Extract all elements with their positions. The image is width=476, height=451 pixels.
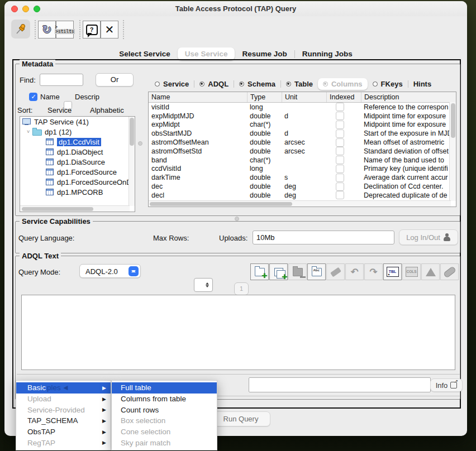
table-row[interactable]: ccdVisitIdlongPrimary key (unique identi…: [149, 165, 456, 174]
parse-error-button[interactable]: [421, 263, 440, 280]
columns-vscrollbar-thumb[interactable]: [451, 103, 455, 138]
panel-tab-schema[interactable]: Schema: [234, 78, 280, 90]
table-row[interactable]: visitIdlongReference to the correspon: [149, 103, 456, 112]
indexed-checkbox[interactable]: [336, 147, 344, 155]
tree-item-dp1-diasource[interactable]: dp1.DiaSource: [20, 157, 135, 167]
table-row[interactable]: obsStartMJDdoubledStart of the exposure …: [149, 129, 456, 138]
sort-service-label: Service: [47, 106, 72, 114]
menu-item-upload[interactable]: Upload▶: [16, 394, 111, 405]
tree-vscrollbar-thumb[interactable]: [130, 118, 134, 146]
split-divider-handle-2[interactable]: [235, 217, 239, 221]
undo-button[interactable]: ↶: [345, 263, 364, 280]
add-tab-button[interactable]: +: [250, 263, 269, 280]
table-row[interactable]: bandchar(*)Name of the band used to: [149, 156, 456, 165]
table-row[interactable]: decldoubledegDeprecated duplicate of de: [149, 191, 456, 200]
clear-text-button[interactable]: [326, 263, 345, 280]
rename-tab-button[interactable]: Abc: [307, 263, 326, 280]
tab-resume-job[interactable]: Resume Job: [235, 47, 294, 60]
tab-running-jobs[interactable]: Running Jobs: [295, 47, 360, 60]
reload-button[interactable]: ↻: [38, 21, 56, 39]
uploads-field[interactable]: 10Mb: [253, 231, 394, 244]
table-row[interactable]: darkTimedoublesAverage dark current accu…: [149, 173, 456, 182]
submenu-item-sky-pair-match[interactable]: Sky pair match: [112, 437, 217, 448]
table-row[interactable]: expMidptchar(*)Midpoint time for exposur…: [149, 121, 456, 129]
tree-item-dp1-mpcorb[interactable]: dp1.MPCORB: [20, 187, 135, 197]
menu-item-service-provided[interactable]: Service-Provided▶: [16, 404, 111, 415]
columns-hscrollbar[interactable]: [149, 200, 451, 207]
column-header-name[interactable]: Name: [149, 92, 247, 102]
split-divider-handle[interactable]: [138, 141, 142, 146]
tab-use-service[interactable]: Use Service: [178, 47, 235, 60]
insert-columns-button[interactable]: COLS: [402, 263, 421, 280]
menu-item-regtap[interactable]: RegTAP▶: [16, 437, 111, 448]
help-button[interactable]: ?: [83, 21, 101, 39]
run-query-button[interactable]: Run Query: [211, 411, 270, 426]
table-row[interactable]: astromOffsetMeandoublearcsecMean offset …: [149, 138, 456, 147]
redo-button[interactable]: ↷: [364, 263, 383, 280]
tree-hscrollbar-thumb[interactable]: [22, 207, 93, 211]
tree-item-tap-service-41[interactable]: TAP Service (41): [20, 117, 135, 127]
cell-description: Average dark current accur: [361, 174, 456, 181]
indexed-checkbox[interactable]: [336, 174, 344, 182]
tree-item-dp1-ccdvisit[interactable]: dp1.CcdVisit: [20, 137, 135, 147]
indexed-checkbox[interactable]: [336, 165, 344, 173]
adql-sheet-tab[interactable]: 1: [234, 282, 249, 295]
panel-tab-fkeys[interactable]: FKeys: [368, 78, 408, 90]
panel-tab-service[interactable]: Service: [150, 78, 194, 90]
tree-item-dp1-forcedsourceond[interactable]: dp1.ForcedSourceOnD: [20, 177, 135, 187]
find-input[interactable]: [40, 74, 83, 86]
cell-indexed: [326, 156, 361, 164]
table-row[interactable]: expMidptMJDdoubledMidpoint time for expo…: [149, 112, 456, 121]
submenu-item-cone-selection[interactable]: Cone selection: [112, 426, 217, 438]
panel-tab-hints[interactable]: Hints: [408, 78, 437, 90]
stilts-button[interactable]: > >stilts: [56, 21, 74, 39]
indexed-checkbox[interactable]: [336, 156, 344, 164]
tree-hscrollbar[interactable]: [20, 205, 130, 212]
or-button[interactable]: Or: [96, 73, 134, 87]
tree-item-dp1-diaobject[interactable]: dp1.DiaObject: [20, 147, 135, 157]
submenu-item-box-selection[interactable]: Box selection: [112, 415, 217, 426]
info-button[interactable]: Info: [430, 378, 463, 392]
example-description-field[interactable]: [249, 377, 431, 392]
remove-tab-button[interactable]: [288, 263, 307, 280]
panel-tab-adql[interactable]: ADQL: [194, 78, 234, 90]
menu-item-tap-schema[interactable]: TAP_SCHEMA▶: [16, 415, 111, 426]
column-header-type[interactable]: Type: [247, 92, 282, 102]
columns-hscrollbar-thumb[interactable]: [150, 202, 292, 206]
indexed-checkbox[interactable]: [336, 138, 344, 147]
cell-type: long: [247, 103, 282, 111]
column-header-indexed[interactable]: Indexed: [326, 92, 361, 102]
submenu-item-full-table[interactable]: Full table: [112, 382, 217, 394]
indexed-checkbox[interactable]: [336, 121, 344, 129]
indexed-checkbox[interactable]: [336, 191, 344, 199]
indexed-checkbox[interactable]: [336, 183, 344, 191]
tree-item-dp1-forcedsource[interactable]: dp1.ForcedSource: [20, 167, 135, 177]
indexed-checkbox[interactable]: [336, 112, 344, 120]
menu-item-basic[interactable]: Basicples◄▶: [16, 382, 111, 394]
adql-text-area[interactable]: [21, 295, 455, 370]
login-logout-button[interactable]: Log In/Out: [399, 229, 458, 245]
tree-item-dp1-12[interactable]: ˅dp1 (12): [20, 127, 135, 137]
indexed-checkbox[interactable]: [336, 129, 344, 138]
insert-table-button[interactable]: TBL▲: [383, 263, 402, 280]
close-dialog-button[interactable]: ✕: [101, 21, 118, 39]
indexed-checkbox[interactable]: [336, 103, 344, 111]
toolbar-separator: [123, 20, 124, 39]
tab-select-service[interactable]: Select Service: [112, 47, 178, 60]
submenu-item-columns-from-table[interactable]: Columns from table: [112, 394, 217, 405]
column-header-description[interactable]: Description: [361, 92, 456, 102]
menu-item-obstap[interactable]: ObsTAP▶: [16, 426, 111, 438]
name-checkbox[interactable]: [29, 93, 37, 101]
submenu-item-count-rows[interactable]: Count rows: [112, 404, 217, 415]
pin-window-button[interactable]: [11, 20, 30, 39]
fixup-button[interactable]: [440, 263, 459, 280]
panel-tab-columns[interactable]: Columns: [318, 78, 368, 90]
column-header-unit[interactable]: Unit: [282, 92, 326, 102]
copy-tab-button[interactable]: +: [269, 263, 288, 280]
tree-vscrollbar[interactable]: [128, 117, 135, 206]
panel-tab-table[interactable]: Table: [281, 78, 318, 90]
table-row[interactable]: astromOffsetStddoublearcsecStandard devi…: [149, 147, 456, 156]
table-row[interactable]: decdoubledegDeclination of Ccd center.: [149, 182, 456, 191]
columns-vscrollbar[interactable]: [449, 102, 456, 201]
chevron-down-icon[interactable]: ˅: [27, 129, 32, 135]
